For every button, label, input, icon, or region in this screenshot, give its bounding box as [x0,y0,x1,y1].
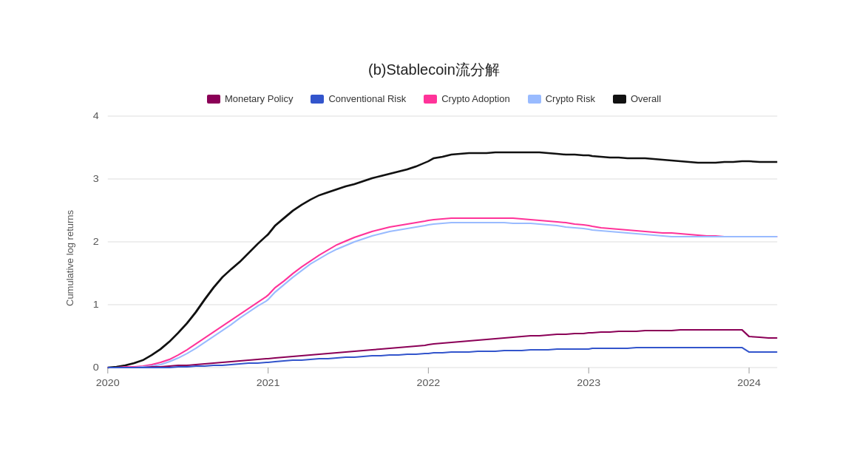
legend-color-overall [613,95,626,104]
legend-color-crypto-risk [528,95,541,104]
legend-item-monetary-policy: Monetary Policy [207,93,293,104]
x-tick-2021: 2021 [257,378,280,388]
y-tick-3: 3 [93,174,99,184]
legend-label-crypto-risk: Crypto Risk [546,93,595,104]
legend-item-conventional-risk: Conventional Risk [311,93,406,104]
legend-color-monetary-policy [207,95,220,104]
x-tick-2023: 2023 [577,378,600,388]
y-axis-label: Cumulative log returns [64,116,75,400]
y-tick-0: 0 [93,362,99,373]
y-tick-2: 2 [93,237,99,247]
legend-item-overall: Overall [613,93,661,104]
legend: Monetary Policy Conventional Risk Crypto… [207,93,661,104]
x-tick-2020: 2020 [96,378,120,388]
legend-item-crypto-adoption: Crypto Adoption [424,93,510,104]
chart-container: (b)Stablecoin流分解 Monetary Policy Convent… [64,60,804,400]
x-tick-2024: 2024 [737,378,761,388]
y-tick-1: 1 [93,300,99,310]
legend-label-crypto-adoption: Crypto Adoption [441,93,510,104]
legend-color-conventional-risk [311,95,324,104]
line-conventional-risk [108,348,778,368]
chart-title: (b)Stablecoin流分解 [368,60,500,80]
x-tick-2022: 2022 [417,378,441,388]
legend-item-crypto-risk: Crypto Risk [528,93,595,104]
line-crypto-adoption [108,218,778,368]
chart-inner: 4 3 2 1 0 2020 2021 2022 2023 2024 [81,116,804,400]
legend-label-overall: Overall [631,93,661,104]
legend-color-crypto-adoption [424,95,437,104]
chart-area: Cumulative log returns 4 3 2 1 0 [64,116,804,400]
legend-label-monetary-policy: Monetary Policy [225,93,293,104]
legend-label-conventional-risk: Conventional Risk [328,93,406,104]
main-svg: 4 3 2 1 0 2020 2021 2022 2023 2024 [81,116,804,397]
y-tick-4: 4 [93,111,99,121]
